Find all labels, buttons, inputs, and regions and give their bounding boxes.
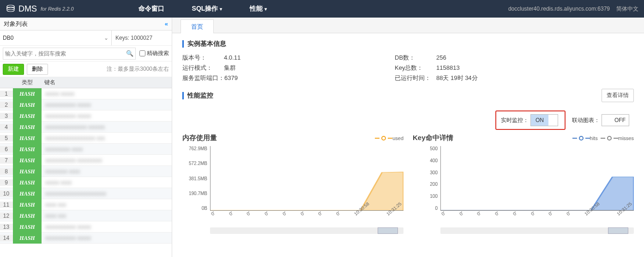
exact-checkbox[interactable]: [139, 50, 145, 56]
value-mode: 集群: [224, 63, 236, 73]
table-row[interactable]: 7HASHxxxxxxxxxxx xxxxxxxxx: [0, 155, 172, 166]
type-badge: HASH: [13, 166, 42, 177]
link-chart-toggle[interactable]: OFF: [602, 114, 629, 126]
view-detail-button[interactable]: 查看详情: [602, 89, 634, 102]
table-row[interactable]: 9HASHxxxxx xxxx: [0, 177, 172, 188]
db-select[interactable]: DB0 ⌄: [0, 31, 112, 45]
chart-keyhit-legend: hits misses: [572, 135, 634, 141]
key-name: xxxxxxxxxxx xxxxxxxxx: [42, 157, 172, 164]
search-icon[interactable]: 🔍: [126, 50, 133, 57]
value-dbnum: 256: [436, 53, 446, 63]
table-row[interactable]: 3HASHxxxxxxxxxxx xxxxx: [0, 110, 172, 122]
row-index: 3: [0, 113, 13, 119]
search-input-wrap: 🔍: [3, 48, 136, 60]
type-badge: HASH: [13, 155, 42, 166]
key-name: xxxxxxxxxxx xxxxx: [42, 102, 172, 108]
table-row[interactable]: 5HASHxxxxxxxxxxxxxxxxxx xxx: [0, 133, 172, 144]
chart-scrollbar[interactable]: [210, 227, 403, 234]
realtime-toggle[interactable]: ON: [530, 114, 558, 126]
chevron-down-icon: ▾: [220, 6, 222, 12]
value-port: 6379: [224, 73, 238, 83]
chart-memory-legend: used: [375, 135, 403, 141]
table-row[interactable]: 14HASHxxxxxxxxxxx xxxxx: [0, 233, 172, 244]
row-index: 13: [0, 224, 13, 230]
nav-sql[interactable]: SQL操作▾: [192, 5, 223, 13]
chart-keyhit: Key命中详情 hits misses 5004003002001000 0'0: [413, 134, 634, 225]
col-type: 类型: [13, 79, 42, 86]
row-index: 6: [0, 146, 13, 153]
chevron-down-icon: ⌄: [104, 35, 108, 41]
type-badge: HASH: [13, 199, 42, 210]
tab-home[interactable]: 首页: [181, 19, 214, 33]
delete-button[interactable]: 删除: [27, 64, 48, 75]
table-row[interactable]: 4HASHxxxxxxxxxxxxxxx xxxxxx: [0, 122, 172, 133]
sidebar-title-bar: 对象列表 «: [0, 18, 172, 31]
row-index: 11: [0, 202, 13, 208]
table-row[interactable]: 11HASHxxxx xxx: [0, 199, 172, 210]
label-uptime: 已运行时间：: [395, 73, 436, 83]
table-row[interactable]: 13HASHxxxxxxxxxxx xxxxx: [0, 221, 172, 233]
chart-memory: 内存使用量 used 762.9MB572.2MB381.5MB190.7MB0…: [182, 134, 403, 225]
section-perf: 性能监控: [182, 92, 213, 100]
row-index: 5: [0, 135, 13, 141]
link-chart-label: 联动图表：: [572, 116, 600, 124]
table-row[interactable]: 6HASHxxxxxxxxx xxxx: [0, 144, 172, 155]
realtime-label: 实时监控：: [501, 116, 529, 124]
table-row[interactable]: 8HASHxxxxxxxx xxxx: [0, 166, 172, 177]
table-row[interactable]: 12HASHxxxx xxx: [0, 210, 172, 221]
key-name: xxxxxxxxxxxxxxxxxxxxxx: [42, 190, 172, 197]
type-badge: HASH: [13, 88, 42, 99]
label-version: 版本号：: [182, 53, 224, 63]
key-name: xxxxxxxxxxxxxxxxxx xxx: [42, 135, 172, 141]
nav-perf[interactable]: 性能▾: [250, 5, 267, 13]
type-badge: HASH: [13, 144, 42, 155]
table-row[interactable]: 10HASHxxxxxxxxxxxxxxxxxxxxxx: [0, 188, 172, 199]
key-name: xxxxxxxxxxx xxxxx: [42, 113, 172, 119]
label-mode: 运行模式：: [182, 63, 224, 73]
row-index: 2: [0, 102, 13, 108]
label-keytotal: Key总数：: [395, 63, 436, 73]
sidebar: 对象列表 « DB0 ⌄ Keys: 1000027 🔍 精确搜索 新建 删除 …: [0, 18, 172, 257]
search-input[interactable]: [5, 50, 126, 57]
row-index: 9: [0, 179, 13, 186]
nav-command[interactable]: 命令窗口: [138, 5, 164, 13]
key-name: xxxx xxx: [42, 202, 172, 208]
row-index: 12: [0, 213, 13, 219]
type-badge: HASH: [13, 221, 42, 233]
link-chart-control: 联动图表： OFF: [572, 114, 631, 126]
type-badge: HASH: [13, 177, 42, 188]
collapse-icon[interactable]: «: [165, 20, 168, 27]
row-index: 8: [0, 168, 13, 175]
key-name: xxxxxxxxxxx xxxxx: [42, 235, 172, 241]
type-badge: HASH: [13, 99, 42, 110]
type-badge: HASH: [13, 233, 42, 244]
key-name: xxxxx xxxx: [42, 179, 172, 186]
type-badge: HASH: [13, 122, 42, 133]
row-index: 14: [0, 235, 13, 241]
sidebar-title: 对象列表: [4, 20, 28, 28]
row-index: 4: [0, 124, 13, 130]
type-badge: HASH: [13, 210, 42, 221]
section-instance-info: 实例基本信息: [182, 40, 634, 48]
key-name: xxxxxxxxxxx xxxxx: [42, 224, 172, 230]
table-row[interactable]: 1HASHxxxxx xxxxx: [0, 88, 172, 99]
row-index: 10: [0, 190, 13, 197]
table-row[interactable]: 2HASHxxxxxxxxxxx xxxxx: [0, 99, 172, 110]
row-index: 1: [0, 91, 13, 97]
tab-bar: 首页: [172, 18, 644, 33]
key-name: xxxx xxx: [42, 213, 172, 219]
chevron-down-icon: ▾: [265, 6, 267, 12]
value-keytotal: 1158813: [436, 63, 460, 73]
key-name: xxxxx xxxxx: [42, 91, 172, 97]
exact-search-checkbox[interactable]: 精确搜索: [139, 49, 169, 57]
top-header: DMS for Redis 2.2.0 命令窗口 SQL操作▾ 性能▾ docc…: [0, 0, 644, 18]
value-version: 4.0.11: [224, 53, 241, 63]
key-name: xxxxxxxx xxxx: [42, 168, 172, 175]
language-selector[interactable]: 简体中文: [616, 5, 638, 13]
new-button[interactable]: 新建: [3, 64, 24, 75]
display-limit-note: 注：最多显示3000条左右: [107, 65, 169, 73]
chart-scrollbar[interactable]: [440, 227, 634, 234]
brand-sub: for Redis 2.2.0: [41, 6, 74, 12]
type-badge: HASH: [13, 133, 42, 144]
svg-point-1: [7, 7, 14, 10]
